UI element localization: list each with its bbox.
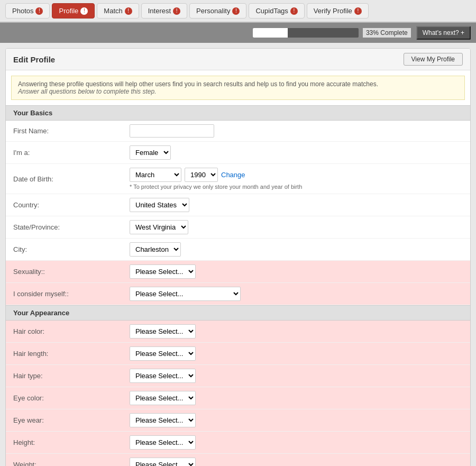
dob-note: * To protect your privacy we only store … <box>130 184 302 190</box>
i-consider-control: Please Select... <box>130 287 463 301</box>
progress-bar-fill <box>253 28 288 38</box>
height-select[interactable]: Please Select... <box>130 435 196 450</box>
i-consider-label: I consider myself:: <box>13 290 130 298</box>
im-a-row: I'm a: Female Male <box>6 142 470 164</box>
cupidtags-tab-label: CupidTags <box>255 7 288 15</box>
city-select[interactable]: Charleston <box>130 242 181 257</box>
dob-change-link[interactable]: Change <box>221 171 245 179</box>
your-basics-header: Your Basics <box>6 105 470 121</box>
info-line1: Answering these profile questions will h… <box>18 80 378 88</box>
progress-text: 33% Complete <box>363 28 411 38</box>
i-consider-select[interactable]: Please Select... <box>130 287 241 301</box>
progress-bar-background <box>253 28 359 38</box>
progress-bar-section: 33% Complete What's next? + <box>0 23 476 43</box>
state-row: State/Province: West Virginia <box>6 216 470 239</box>
hair-type-row: Hair type: Please Select... <box>6 365 470 387</box>
hair-type-label: Hair type: <box>13 372 130 380</box>
dob-row: Date of Birth: JanuaryFebruaryMarch Apri… <box>6 164 470 194</box>
tab-interest[interactable]: Interest ! <box>141 3 187 19</box>
personality-alert-dot: ! <box>232 7 240 15</box>
verify-profile-tab-label: Verify Profile <box>314 7 352 15</box>
eye-color-row: Eye color: Please Select... <box>6 387 470 409</box>
personality-tab-label: Personality <box>196 7 230 15</box>
country-select[interactable]: United States <box>130 198 189 212</box>
edit-profile-header: Edit Profile View My Profile <box>6 49 470 70</box>
state-control: West Virginia <box>130 220 463 234</box>
dob-month-select[interactable]: JanuaryFebruaryMarch AprilMayJune JulyAu… <box>130 168 181 182</box>
dob-year-select[interactable]: 1990 <box>185 168 218 182</box>
view-my-profile-button[interactable]: View My Profile <box>404 53 463 66</box>
im-a-label: I'm a: <box>13 149 130 157</box>
city-row: City: Charleston <box>6 239 470 261</box>
country-control: United States <box>130 198 463 212</box>
state-select[interactable]: West Virginia <box>130 220 188 234</box>
tab-personality[interactable]: Personality ! <box>189 3 246 19</box>
photos-tab-label: Photos <box>12 7 33 15</box>
progress-bar-wrap: 33% Complete <box>253 28 411 38</box>
country-row: Country: United States <box>6 194 470 216</box>
weight-row: Weight: Please Select... <box>6 454 470 466</box>
main-content: Edit Profile View My Profile Answering t… <box>0 43 476 466</box>
sexuality-select[interactable]: Please Select... <box>130 264 196 279</box>
city-label: City: <box>13 245 130 253</box>
weight-select[interactable]: Please Select... <box>130 458 196 466</box>
first-name-label: First Name: <box>13 127 130 135</box>
edit-profile-title: Edit Profile <box>13 55 55 64</box>
eye-wear-row: Eye wear: Please Select... <box>6 409 470 432</box>
country-label: Country: <box>13 201 130 209</box>
eye-wear-select[interactable]: Please Select... <box>130 413 196 427</box>
first-name-control <box>130 124 463 138</box>
hair-length-label: Hair length: <box>13 350 130 358</box>
info-box: Answering these profile questions will h… <box>11 76 465 100</box>
profile-tab-label: Profile <box>59 7 78 15</box>
interest-tab-label: Interest <box>148 7 171 15</box>
eye-wear-label: Eye wear: <box>13 416 130 424</box>
tab-photos[interactable]: Photos ! <box>5 3 50 19</box>
first-name-input[interactable] <box>130 124 214 138</box>
hair-type-select[interactable]: Please Select... <box>130 369 196 383</box>
verify-alert-dot: ! <box>354 7 362 15</box>
tab-profile[interactable]: Profile ! <box>52 3 95 19</box>
sexuality-row: Sexuality:: Please Select... <box>6 261 470 283</box>
state-label: State/Province: <box>13 223 130 231</box>
im-a-control: Female Male <box>130 145 463 160</box>
height-row: Height: Please Select... <box>6 432 470 454</box>
dob-wrap: JanuaryFebruaryMarch AprilMayJune JulyAu… <box>130 168 302 190</box>
city-control: Charleston <box>130 242 463 257</box>
hair-color-label: Hair color: <box>13 327 130 335</box>
hair-color-row: Hair color: Please Select... <box>6 321 470 343</box>
photos-alert-dot: ! <box>35 7 43 15</box>
hair-color-select[interactable]: Please Select... <box>130 324 196 339</box>
weight-label: Weight: <box>13 461 130 466</box>
your-appearance-header: Your Appearance <box>6 305 470 321</box>
first-name-row: First Name: <box>6 121 470 142</box>
whats-next-button[interactable]: What's next? + <box>416 26 471 40</box>
im-a-select[interactable]: Female Male <box>130 145 171 160</box>
info-line2: Answer all questions below to complete t… <box>18 88 156 95</box>
eye-color-select[interactable]: Please Select... <box>130 391 196 405</box>
cupidtags-alert-dot: ! <box>290 7 298 15</box>
interest-alert-dot: ! <box>173 7 180 15</box>
dob-label: Date of Birth: <box>13 175 130 183</box>
edit-profile-box: Edit Profile View My Profile Answering t… <box>5 48 471 466</box>
top-navigation: Photos ! Profile ! Match ! Interest ! Pe… <box>0 0 476 23</box>
height-label: Height: <box>13 438 130 446</box>
tab-match[interactable]: Match ! <box>97 3 139 19</box>
dob-control: JanuaryFebruaryMarch AprilMayJune JulyAu… <box>130 168 463 190</box>
tab-cupidtags[interactable]: CupidTags ! <box>249 3 304 19</box>
tab-verify-profile[interactable]: Verify Profile ! <box>307 3 369 19</box>
match-tab-label: Match <box>104 7 122 15</box>
sexuality-control: Please Select... <box>130 264 463 279</box>
dob-inputs-row: JanuaryFebruaryMarch AprilMayJune JulyAu… <box>130 168 302 182</box>
hair-length-select[interactable]: Please Select... <box>130 346 196 361</box>
match-alert-dot: ! <box>125 7 132 15</box>
sexuality-label: Sexuality:: <box>13 268 130 276</box>
profile-alert-dot: ! <box>80 7 88 15</box>
eye-color-label: Eye color: <box>13 394 130 402</box>
i-consider-row: I consider myself:: Please Select... <box>6 283 470 305</box>
hair-length-row: Hair length: Please Select... <box>6 343 470 365</box>
